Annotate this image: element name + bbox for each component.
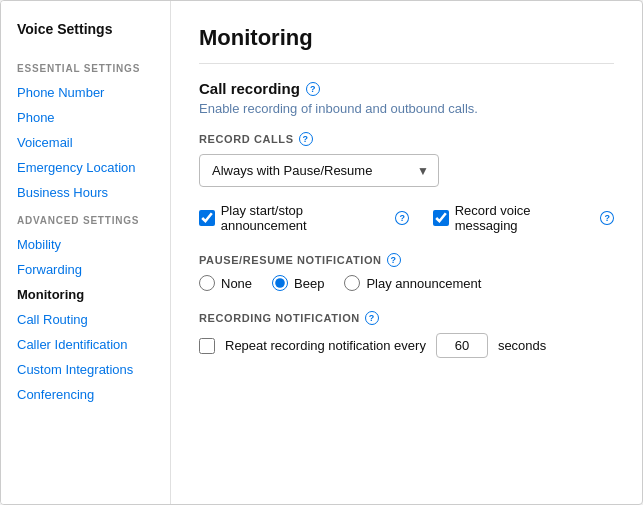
none-radio-label: None [221, 276, 252, 291]
sidebar-item-custom-integrations[interactable]: Custom Integrations [1, 357, 170, 382]
record-calls-select[interactable]: Always with Pause/Resume Always Never On… [199, 154, 439, 187]
sidebar-item-forwarding[interactable]: Forwarding [1, 257, 170, 282]
sidebar-item-caller-identification[interactable]: Caller Identification [1, 332, 170, 357]
play-announcement-checkbox[interactable] [199, 210, 215, 226]
recording-notification-help-icon[interactable]: ? [365, 311, 379, 325]
sidebar-item-call-routing[interactable]: Call Routing [1, 307, 170, 332]
beep-radio-item[interactable]: Beep [272, 275, 324, 291]
page-title: Monitoring [199, 25, 614, 64]
record-calls-select-wrapper: Always with Pause/Resume Always Never On… [199, 154, 439, 187]
sidebar-title: Voice Settings [1, 21, 170, 53]
call-recording-help-icon[interactable]: ? [306, 82, 320, 96]
record-calls-help-icon[interactable]: ? [299, 132, 313, 146]
record-voice-checkbox[interactable] [433, 210, 449, 226]
pause-resume-help-icon[interactable]: ? [387, 253, 401, 267]
pause-resume-label: Pause/Resume Notification ? [199, 253, 614, 267]
advanced-section-label: Advanced Settings [1, 205, 170, 232]
none-radio[interactable] [199, 275, 215, 291]
main-content: Monitoring Call recording ? Enable recor… [171, 1, 642, 504]
essential-section-label: Essential Settings [1, 53, 170, 80]
call-recording-heading: Call recording ? [199, 80, 614, 97]
sidebar-item-emergency-location[interactable]: Emergency Location [1, 155, 170, 180]
play-announcement-radio[interactable] [344, 275, 360, 291]
sidebar: Voice Settings Essential Settings Phone … [1, 1, 171, 504]
sidebar-item-business-hours[interactable]: Business Hours [1, 180, 170, 205]
recording-notification-label: Recording Notification ? [199, 311, 614, 325]
record-calls-label: Record Calls ? [199, 132, 614, 146]
seconds-label: seconds [498, 338, 546, 353]
play-announcement-label: Play start/stop announcement [221, 203, 390, 233]
pause-resume-radio-group: None Beep Play announcement [199, 275, 614, 291]
record-voice-checkbox-item[interactable]: Record voice messaging ? [433, 203, 614, 233]
record-voice-help-icon[interactable]: ? [600, 211, 614, 225]
beep-radio[interactable] [272, 275, 288, 291]
record-voice-label: Record voice messaging [455, 203, 595, 233]
play-announcement-radio-item[interactable]: Play announcement [344, 275, 481, 291]
seconds-input[interactable] [436, 333, 488, 358]
none-radio-item[interactable]: None [199, 275, 252, 291]
repeat-notification-checkbox[interactable] [199, 338, 215, 354]
call-recording-subtext: Enable recording of inbound and outbound… [199, 101, 614, 116]
play-announcement-checkbox-item[interactable]: Play start/stop announcement ? [199, 203, 409, 233]
call-recording-heading-text: Call recording [199, 80, 300, 97]
checkboxes-row: Play start/stop announcement ? Record vo… [199, 203, 614, 233]
play-announcement-help-icon[interactable]: ? [395, 211, 409, 225]
sidebar-item-voicemail[interactable]: Voicemail [1, 130, 170, 155]
repeat-notification-text: Repeat recording notification every [225, 338, 426, 353]
sidebar-item-mobility[interactable]: Mobility [1, 232, 170, 257]
play-announcement-radio-label: Play announcement [366, 276, 481, 291]
sidebar-item-conferencing[interactable]: Conferencing [1, 382, 170, 407]
notification-row: Repeat recording notification every seco… [199, 333, 614, 358]
sidebar-item-monitoring[interactable]: Monitoring [1, 282, 170, 307]
sidebar-item-phone[interactable]: Phone [1, 105, 170, 130]
beep-radio-label: Beep [294, 276, 324, 291]
sidebar-item-phone-number[interactable]: Phone Number [1, 80, 170, 105]
